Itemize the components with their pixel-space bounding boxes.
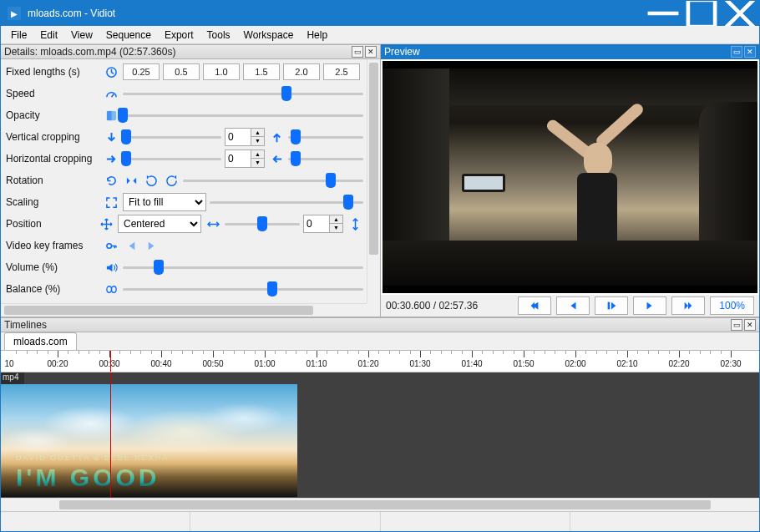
reset-icon[interactable] xyxy=(103,172,119,189)
next-frame-button[interactable] xyxy=(633,296,666,315)
volume-slider[interactable] xyxy=(123,259,363,276)
speed-slider[interactable] xyxy=(123,85,363,102)
position-x-slider[interactable] xyxy=(225,215,300,232)
details-panel: Details: mloads.com.mp4 (02:57.360s) ▭ ✕… xyxy=(1,44,381,317)
preview-panel-title: Preview xyxy=(384,46,420,58)
arrow-left-icon[interactable] xyxy=(268,150,285,167)
clip-title-overlay: DAVID GUETTA & BEBE REXHA I'M GOOD xyxy=(16,453,169,492)
length-button[interactable]: 0.25 xyxy=(123,63,160,80)
hcrop-value-spinner[interactable]: ▲▼ xyxy=(225,149,265,168)
horizontal-arrows-icon[interactable] xyxy=(205,215,221,232)
scaling-mode-select[interactable]: Fit to fill xyxy=(123,193,206,211)
status-cell xyxy=(570,512,759,531)
menu-file[interactable]: File xyxy=(4,27,33,43)
menu-workspace[interactable]: Workspace xyxy=(237,27,301,43)
spinner-up-icon[interactable]: ▲ xyxy=(251,129,264,137)
position-value-input[interactable] xyxy=(304,218,329,230)
go-end-button[interactable] xyxy=(671,296,705,315)
timelines-panel: Timelines ▭ ✕ mloads.com 1000:2000:3000:… xyxy=(1,317,759,511)
details-vertical-scrollbar[interactable] xyxy=(367,59,380,303)
menu-edit[interactable]: Edit xyxy=(33,27,64,43)
spinner-down-icon[interactable]: ▼ xyxy=(251,137,264,145)
position-label: Position xyxy=(4,218,98,230)
spinner-down-icon[interactable]: ▼ xyxy=(251,159,264,167)
panel-close-icon[interactable]: ✕ xyxy=(744,46,756,58)
balance-icon[interactable] xyxy=(103,281,119,297)
volume-label: Volume (%) xyxy=(4,261,103,273)
details-horizontal-scrollbar[interactable] xyxy=(1,303,367,317)
playhead[interactable] xyxy=(110,372,111,498)
mirror-h-icon[interactable] xyxy=(123,172,139,189)
balance-slider[interactable] xyxy=(123,281,363,297)
hcrop-value-input[interactable] xyxy=(225,153,251,165)
panel-close-icon[interactable]: ✕ xyxy=(744,319,756,331)
row-keyframes: Video key frames xyxy=(4,235,363,256)
timeline-tracks[interactable]: mp4 DAVID GUETTA & BEBE REXHA I'M GOOD xyxy=(1,372,759,498)
timeline-ruler[interactable]: 1000:2000:3000:4000:5001:0001:1001:2001:… xyxy=(1,351,759,372)
minimize-button[interactable] xyxy=(644,1,682,26)
opacity-slider[interactable] xyxy=(123,107,363,124)
row-horizontal-crop: Horizontal cropping ▲▼ xyxy=(4,148,363,170)
length-button[interactable]: 1.0 xyxy=(203,63,240,80)
clock-icon[interactable] xyxy=(103,63,119,80)
video-clip[interactable]: DAVID GUETTA & BEBE REXHA I'M GOOD xyxy=(1,384,297,497)
vcrop-value-spinner[interactable]: ▲▼ xyxy=(225,128,265,146)
prev-frame-button[interactable] xyxy=(556,296,590,315)
window-controls xyxy=(644,1,759,26)
menu-tools[interactable]: Tools xyxy=(200,27,237,43)
vcrop-value-input[interactable] xyxy=(225,131,251,143)
panel-dock-icon[interactable]: ▭ xyxy=(352,46,363,58)
prev-key-icon[interactable] xyxy=(123,237,139,254)
hcrop-left-slider[interactable] xyxy=(123,150,221,167)
close-button[interactable] xyxy=(721,1,759,26)
menu-sequence[interactable]: Sequence xyxy=(99,27,158,43)
row-rotation: Rotation xyxy=(4,170,363,191)
move-icon[interactable] xyxy=(98,215,114,232)
spinner-down-icon[interactable]: ▼ xyxy=(329,224,342,232)
maximize-button[interactable] xyxy=(682,1,721,26)
key-icon[interactable] xyxy=(103,237,119,254)
expand-icon[interactable] xyxy=(103,194,119,210)
speaker-icon[interactable] xyxy=(103,259,119,276)
playhead-ruler[interactable] xyxy=(110,351,111,372)
panel-dock-icon[interactable]: ▭ xyxy=(731,46,742,58)
scaling-slider[interactable] xyxy=(210,194,363,210)
hcrop-right-slider[interactable] xyxy=(288,150,363,167)
vertical-arrows-icon[interactable] xyxy=(347,215,363,232)
statusbar xyxy=(1,511,759,531)
go-start-button[interactable] xyxy=(518,296,551,315)
menu-help[interactable]: Help xyxy=(300,27,334,43)
menu-export[interactable]: Export xyxy=(158,27,200,43)
preview-viewport[interactable] xyxy=(383,61,757,293)
gauge-icon[interactable] xyxy=(103,85,119,102)
position-mode-select[interactable]: Centered xyxy=(118,215,201,233)
rotate-ccw-icon[interactable] xyxy=(143,172,160,189)
arrow-right-icon[interactable] xyxy=(103,150,119,167)
menu-view[interactable]: View xyxy=(64,27,99,43)
length-button[interactable]: 0.5 xyxy=(163,63,200,80)
balance-label: Balance (%) xyxy=(4,283,103,295)
timeline-horizontal-scrollbar[interactable] xyxy=(1,498,759,511)
timeline-tab[interactable]: mloads.com xyxy=(4,332,77,350)
panel-dock-icon[interactable]: ▭ xyxy=(731,319,742,331)
arrow-up-icon[interactable] xyxy=(268,129,285,145)
length-button[interactable]: 2.5 xyxy=(323,63,360,80)
vcrop-bottom-slider[interactable] xyxy=(288,129,363,145)
position-value-spinner[interactable]: ▲▼ xyxy=(303,215,343,233)
opacity-icon[interactable] xyxy=(103,107,119,124)
play-pause-button[interactable] xyxy=(595,296,628,315)
rotation-slider[interactable] xyxy=(183,172,363,189)
length-button[interactable]: 2.0 xyxy=(283,63,320,80)
arrow-down-icon[interactable] xyxy=(103,129,119,145)
spinner-up-icon[interactable]: ▲ xyxy=(251,150,264,159)
next-key-icon[interactable] xyxy=(143,237,160,254)
rotate-cw-icon[interactable] xyxy=(163,172,180,189)
panel-close-icon[interactable]: ✕ xyxy=(365,46,377,58)
rotation-label: Rotation xyxy=(4,175,103,186)
length-button[interactable]: 1.5 xyxy=(243,63,280,80)
status-cell xyxy=(190,512,380,531)
vcrop-top-slider[interactable] xyxy=(123,129,221,145)
vertical-crop-label: Vertical cropping xyxy=(4,131,103,143)
zoom-level[interactable]: 100% xyxy=(710,296,754,315)
spinner-up-icon[interactable]: ▲ xyxy=(329,215,342,224)
